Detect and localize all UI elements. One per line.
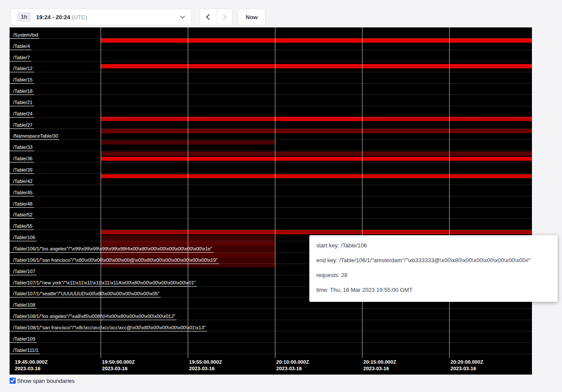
chevron-left-icon <box>206 14 210 20</box>
next-time-button[interactable] <box>216 9 233 25</box>
span-row[interactable]: /Table/52 <box>10 208 532 219</box>
show-span-boundaries-control[interactable]: Show span boundaries <box>10 378 74 384</box>
span-label: /Table/42 <box>10 179 34 185</box>
span-label: /Table/52 <box>10 212 34 219</box>
span-row[interactable]: /Table/108/1/"los angeles"/"\xa8\xf5\u00… <box>10 309 532 320</box>
span-row[interactable]: /Table/24 <box>10 106 532 118</box>
span-row[interactable]: /Table/33 <box>10 140 532 152</box>
span-label: /Table/107/1/"seattle"/"UUUUUUD\x00\x80\… <box>10 291 161 297</box>
span-row[interactable]: /Table/36 <box>10 151 532 162</box>
axis-tick: 20:20:00.000Z2023-03-16 <box>449 359 483 372</box>
span-row[interactable]: /Table/48 <box>10 196 532 208</box>
range-value: 19:24 - 20:24 <box>36 14 70 20</box>
span-row[interactable]: /Table/4 <box>10 39 532 50</box>
span-row[interactable]: /Table/42 <box>10 174 532 185</box>
span-label: /System/tsd <box>10 32 39 39</box>
span-label: /Table/109 <box>10 336 37 343</box>
span-row[interactable]: /Table/109 <box>10 331 532 343</box>
span-label: /Table/106/1/"san francisco"/"\x80\x00\x… <box>10 257 219 264</box>
span-row[interactable]: /Table/18 <box>10 84 532 95</box>
span-row[interactable]: /NamespaceTable/30 <box>10 129 532 140</box>
span-label: /Table/27 <box>10 122 34 129</box>
span-row[interactable]: /Table/27 <box>10 118 532 129</box>
span-label: /Table/36 <box>10 156 34 162</box>
span-label: /Table/55 <box>10 223 34 230</box>
now-button[interactable]: Now <box>238 9 265 25</box>
span-label: /Table/15 <box>10 77 34 84</box>
span-label: /Table/4 <box>10 44 31 50</box>
chevron-right-icon <box>223 14 227 20</box>
span-row[interactable]: /Table/21 <box>10 95 532 106</box>
prev-time-button[interactable] <box>200 9 216 25</box>
tooltip-line: time: Thu, 16 Mar 2023 19:55:00 GMT <box>316 287 551 293</box>
span-row[interactable]: /System/tsd <box>10 27 532 39</box>
span-label: /Table/108/1/"san francisco"/"\x8c\xcc\x… <box>10 325 207 331</box>
toolbar: 1h 19:24 - 20:24 (UTC) Now <box>10 9 265 25</box>
span-label: /Table/108/1/"los angeles"/"\xa8\xf5\u00… <box>10 314 176 320</box>
show-span-boundaries-label: Show span boundaries <box>17 378 74 384</box>
axis-tick: 19:45:00.000Z2023-03-16 <box>14 359 47 372</box>
span-row[interactable]: /Table/45 <box>10 185 532 196</box>
span-row[interactable]: /Table/7 <box>10 50 532 61</box>
span-label: /NamespaceTable/30 <box>10 133 59 140</box>
span-row[interactable]: /Table/108/1/"san francisco"/"\x8c\xcc\x… <box>10 320 532 331</box>
key-visualizer-canvas[interactable]: start key: /Table/106end key: /Table/106… <box>10 27 532 375</box>
span-row[interactable]: /Table/12 <box>10 61 532 73</box>
span-label: /Table/12 <box>10 66 34 72</box>
time-nav-group <box>200 9 233 25</box>
span-label: /Table/106/1/"los angeles"/"\x99\x99\x99… <box>10 246 213 253</box>
chevron-down-icon <box>180 15 185 19</box>
range-timezone: (UTC) <box>72 14 87 20</box>
show-span-boundaries-checkbox[interactable] <box>10 378 16 384</box>
span-label: /Table/111/1 <box>10 348 40 354</box>
span-row[interactable]: /Table/111/1 <box>10 343 532 354</box>
span-label: /Table/21 <box>10 100 34 106</box>
span-label: /Table/45 <box>10 190 34 196</box>
tooltip-line: start key: /Table/106 <box>316 242 551 249</box>
tooltip-line: requests: 28 <box>316 272 551 278</box>
axis-tick: 20:15:00.000Z2023-03-16 <box>362 359 396 372</box>
span-label: /Table/33 <box>10 145 34 151</box>
range-duration-badge: 1h <box>17 12 31 22</box>
axis-tick: 19:55:00.000Z2023-03-16 <box>188 359 222 372</box>
span-label: /Table/48 <box>10 201 34 208</box>
span-label: /Table/24 <box>10 111 34 118</box>
range-text: 19:24 - 20:24 (UTC) <box>36 14 87 20</box>
time-range-dropdown[interactable]: 1h 19:24 - 20:24 (UTC) <box>10 9 192 25</box>
span-label: /Table/39 <box>10 167 34 174</box>
span-label: /Table/108 <box>10 302 37 309</box>
span-label: /Table/107 <box>10 269 37 275</box>
span-row[interactable]: /Table/15 <box>10 72 532 84</box>
span-label: /Table/18 <box>10 88 34 95</box>
span-row[interactable]: /Table/39 <box>10 162 532 174</box>
span-label: /Table/106 <box>10 235 37 241</box>
axis-tick: 20:10:00.000Z2023-03-16 <box>275 359 309 372</box>
span-row[interactable]: /Table/55 <box>10 219 532 230</box>
span-label: /Table/7 <box>10 55 31 61</box>
hover-tooltip: start key: /Table/106end key: /Table/106… <box>309 235 558 302</box>
tooltip-line: end key: /Table/106/1/"amsterdam"/"\xb33… <box>316 257 551 264</box>
span-label: /Table/107/1/"new york"/"\x11\x11\x11\x1… <box>10 280 197 287</box>
axis-tick: 19:50:00.000Z2023-03-16 <box>101 359 135 372</box>
